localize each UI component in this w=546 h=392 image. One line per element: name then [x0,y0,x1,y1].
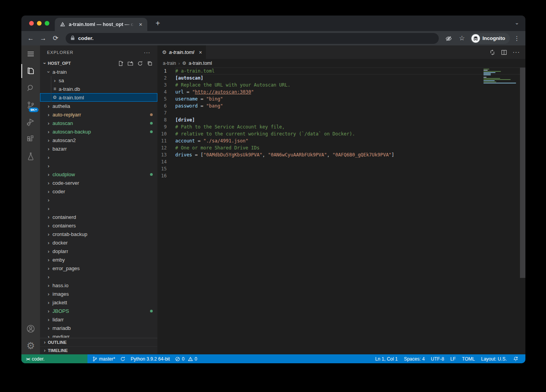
new-folder-icon[interactable] [127,61,133,66]
url-text[interactable]: coder. [78,35,94,41]
code-line[interactable]: 15 [157,165,525,172]
tree-item[interactable]: ›images [40,290,157,298]
forward-button[interactable]: → [38,33,49,44]
bookmark-star-icon[interactable]: ☆ [457,33,468,44]
testing-view-icon[interactable] [21,148,40,165]
browser-menu-icon[interactable]: ⋮ [512,35,522,42]
tree-item[interactable]: ›hass.io [40,281,157,290]
maximize-window-button[interactable] [45,21,49,26]
remote-indicator[interactable]: >< coder. [21,354,87,363]
menu-hamburger-icon[interactable] [21,45,40,62]
code-line[interactable]: 7 [157,109,525,116]
explorer-more-actions-icon[interactable]: ··· [144,49,150,56]
breadcrumb[interactable]: a-train › ⚙ a-train.toml [157,59,525,68]
tree-item[interactable]: ⚙a-train.toml [40,93,157,102]
timeline-section[interactable]: › TIMELINE [40,346,157,354]
editor-tab-close-icon[interactable]: × [199,49,202,56]
search-view-icon[interactable] [21,80,40,97]
code-line[interactable]: 8[drive] [157,116,525,123]
tree-item[interactable]: ›bazarr [40,144,157,153]
code-line[interactable]: 6password = "bang" [157,102,525,109]
new-file-icon[interactable] [118,61,124,66]
language-mode-item[interactable]: TOML [459,356,478,362]
code-line[interactable]: 1# a-train.toml [157,68,525,75]
new-tab-button[interactable]: + [153,19,163,29]
tree-item[interactable]: ›sa [40,76,157,85]
tree-item[interactable]: ›cloudplow [40,170,157,179]
editor-more-actions-icon[interactable]: ··· [513,49,520,56]
code-line[interactable]: 12# One or more Shared Drive IDs [157,144,525,151]
search-tabs-chevron-icon[interactable]: ⌄ [515,19,519,26]
tree-item[interactable]: ›docker [40,238,157,247]
run-debug-view-icon[interactable] [21,114,40,131]
window-controls[interactable] [21,16,55,31]
minimize-window-button[interactable] [37,21,42,26]
code-line[interactable]: 3# Replace the URL with your Autoscan UR… [157,82,525,88]
code-line[interactable]: 2[autoscan] [157,75,525,82]
tree-item[interactable]: ≡a-train.db [40,85,157,93]
workspace-section-header[interactable]: › HOST_OPT [40,59,157,68]
refresh-icon[interactable] [137,61,143,66]
tab-close-icon[interactable]: × [137,21,144,28]
tree-item[interactable]: ›coder [40,187,157,196]
tree-item[interactable]: ›mediarr [40,332,157,338]
tree-item[interactable]: ›JBOPS [40,307,157,315]
tree-item[interactable]: ›mariadb [40,324,157,332]
tree-item[interactable]: ›autoscan [40,119,157,127]
eye-off-icon[interactable] [443,33,454,44]
tree-item[interactable]: ›lidarr [40,315,157,324]
tree-item[interactable]: › [40,204,157,213]
tree-item[interactable]: ›autoscan-backup [40,127,157,136]
open-changes-icon[interactable] [489,49,495,56]
minimap[interactable] [483,69,517,87]
sync-changes-item[interactable] [118,356,127,362]
tree-item[interactable]: ›code-server [40,179,157,187]
tree-item[interactable]: ›containerd [40,213,157,221]
code-line[interactable]: 5username = "bing" [157,95,525,102]
back-button[interactable]: ← [25,33,36,44]
python-interpreter-item[interactable]: Python 3.9.2 64-bit [129,356,172,362]
tree-item[interactable]: ›autoscan2 [40,136,157,144]
notifications-bell-icon[interactable] [510,356,522,362]
code-line[interactable]: 9# Path to the Service Account key file, [157,123,525,130]
editor-tab[interactable]: ⚙ a-train.toml × [157,45,206,59]
reload-button[interactable]: ⟳ [50,33,61,44]
browser-tab[interactable]: a-train.toml — host_opt — cod × [55,18,147,31]
tree-item[interactable]: › [40,161,157,170]
indentation-item[interactable]: Spaces: 4 [401,356,427,362]
cursor-position-item[interactable]: Ln 1, Col 1 [372,356,401,362]
code-line[interactable]: 16 [157,172,525,179]
problems-item[interactable]: 0 0 [173,356,199,362]
keyboard-layout-item[interactable]: Layout: U.S. [478,356,510,362]
editor-scrollbar[interactable] [520,68,525,278]
tree-item[interactable]: › [40,196,157,204]
git-branch-item[interactable]: master* [90,356,117,362]
settings-gear-icon[interactable]: ⚙ [21,337,40,354]
code-line[interactable]: 10# relative to the current working dire… [157,130,525,137]
tree-item[interactable]: ›authelia [40,102,157,110]
extensions-view-icon[interactable] [21,131,40,148]
breadcrumb-folder[interactable]: a-train [163,61,176,66]
encoding-item[interactable]: UTF-8 [428,356,447,362]
incognito-badge[interactable]: Incognito [470,33,510,44]
eol-item[interactable]: LF [447,356,459,362]
tree-item[interactable]: ›crontab-backup [40,230,157,238]
tree-item[interactable]: ›jackett [40,298,157,307]
close-window-button[interactable] [29,21,34,26]
code-line[interactable]: 13drives = ["0AMdbDu5YgKbsUk9PVA", "0AN6… [157,151,525,158]
breadcrumb-file[interactable]: a-train.toml [188,61,212,66]
tree-item[interactable]: ›a-train [40,68,157,76]
source-control-view-icon[interactable]: 9K+ [21,97,40,114]
outline-section[interactable]: › OUTLINE [40,338,157,346]
address-bar[interactable]: coder. [66,33,439,44]
tree-item[interactable]: ›doplarr [40,247,157,255]
tree-item[interactable]: ›auto-replyarr [40,110,157,119]
tree-item[interactable]: ›error_pages [40,264,157,272]
split-editor-icon[interactable] [501,49,507,56]
collapse-all-icon[interactable] [147,61,153,66]
account-icon[interactable] [21,320,40,337]
code-editor[interactable]: 1# a-train.toml2[autoscan]3# Replace the… [157,68,525,354]
tree-item[interactable]: ›containers [40,221,157,230]
code-line[interactable]: 14 [157,158,525,165]
tree-item[interactable]: ›emby [40,255,157,264]
